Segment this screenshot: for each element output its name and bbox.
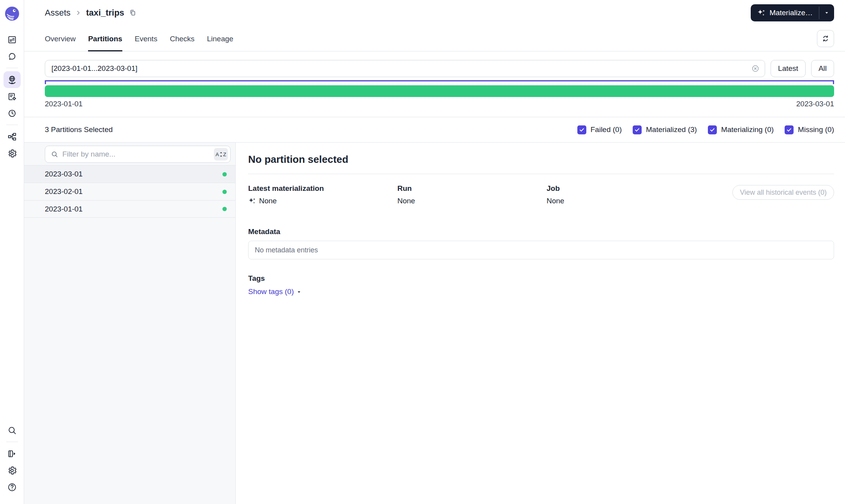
partition-health-bar[interactable] <box>45 85 834 97</box>
sidebar-item-assets[interactable] <box>4 71 21 88</box>
filter-materialized[interactable]: Materialized (3) <box>633 125 697 134</box>
sidebar-item-settings[interactable] <box>4 145 21 162</box>
graph-icon <box>7 132 17 142</box>
panel-expand-icon <box>7 449 17 459</box>
materialized-status-dot <box>222 207 227 211</box>
gear-icon <box>7 148 17 159</box>
partition-rows: 2023-03-01 2023-02-01 2023-01-01 <box>24 165 235 218</box>
tab-overview[interactable]: Overview <box>45 35 76 51</box>
sidebar-item-deployment[interactable] <box>4 128 21 145</box>
partition-name: 2023-02-01 <box>45 187 83 196</box>
failed-label: Failed (0) <box>591 125 622 134</box>
filter-failed[interactable]: Failed (0) <box>577 125 622 134</box>
sidebar-item-schedules[interactable] <box>4 105 21 122</box>
nav-top-group <box>4 6 21 162</box>
view-historical-events-button[interactable]: View all historical events (0) <box>732 185 834 200</box>
tab-lineage[interactable]: Lineage <box>207 35 233 51</box>
caret-down-icon <box>296 289 302 294</box>
partition-range-section: Latest All 2023-01-01 2023-03-01 <box>24 51 845 117</box>
tab-events[interactable]: Events <box>135 35 157 51</box>
run-value: None <box>397 196 415 206</box>
sidebar-item-jobs[interactable] <box>4 88 21 105</box>
detail-divider <box>248 174 834 174</box>
tab-checks[interactable]: Checks <box>170 35 194 51</box>
content-split: A Z 2023-03-01 2023-02-01 <box>24 143 845 504</box>
materialized-status-dot <box>222 172 227 176</box>
copy-icon <box>129 9 137 17</box>
copy-asset-name-button[interactable] <box>129 9 137 17</box>
partition-detail-panel: No partition selected Latest materializa… <box>236 143 845 504</box>
clear-range-button[interactable] <box>751 64 760 73</box>
partition-range-input-wrap <box>45 60 765 77</box>
partition-row-2023-03-01[interactable]: 2023-03-01 <box>24 165 235 183</box>
main-area: Assets taxi_trips <box>24 0 845 504</box>
page-title: taxi_trips <box>86 8 124 18</box>
show-tags-link[interactable]: Show tags (0) <box>248 287 302 296</box>
asset-header: Assets taxi_trips <box>24 0 845 51</box>
sort-alphabetical-button[interactable]: A Z <box>214 148 228 160</box>
sparkle-icon <box>757 9 766 17</box>
check-icon <box>634 127 640 133</box>
refresh-button[interactable] <box>817 30 834 47</box>
dagster-logo[interactable] <box>5 6 19 21</box>
gear-icon <box>7 465 17 476</box>
run-label: Run <box>397 184 547 193</box>
materialize-split-button: Materialize… <box>751 4 834 21</box>
asset-tabs: Overview Partitions Events Checks Lineag… <box>45 26 233 51</box>
nav-divider <box>6 68 18 68</box>
range-start-date: 2023-01-01 <box>45 100 83 108</box>
sidebar-item-collapse[interactable] <box>4 445 21 462</box>
missing-label: Missing (0) <box>798 125 834 134</box>
tab-partitions[interactable]: Partitions <box>88 35 122 51</box>
missing-checkbox[interactable] <box>785 125 794 134</box>
check-icon <box>786 127 792 133</box>
sort-letter-a: A <box>215 152 219 157</box>
job-col: Job None <box>547 184 732 206</box>
metadata-heading: Metadata <box>248 227 834 236</box>
sidebar-item-help[interactable] <box>4 479 21 495</box>
sidebar-item-search[interactable] <box>4 422 21 439</box>
all-button[interactable]: All <box>811 60 834 77</box>
selection-summary-row: 3 Partitions Selected Failed (0) <box>24 117 845 143</box>
help-icon <box>7 482 17 492</box>
metadata-empty-box: No metadata entries <box>248 241 834 259</box>
clear-circle-icon <box>751 64 760 73</box>
search-icon <box>7 425 17 435</box>
range-end-date: 2023-03-01 <box>796 100 834 108</box>
assets-icon <box>7 75 17 85</box>
jobs-icon <box>7 92 17 102</box>
clock-icon <box>7 108 17 118</box>
latest-button[interactable]: Latest <box>771 60 806 77</box>
partition-range-input[interactable] <box>45 60 765 77</box>
nav-divider <box>6 442 18 442</box>
materialize-dropdown-button[interactable] <box>819 4 834 21</box>
runs-icon <box>7 51 17 62</box>
refresh-icon <box>821 34 830 43</box>
job-value: None <box>547 196 564 206</box>
breadcrumb-assets-link[interactable]: Assets <box>45 8 71 18</box>
materializing-checkbox[interactable] <box>708 125 717 134</box>
sort-letter-z: Z <box>223 152 226 157</box>
latest-materialization-col: Latest materialization None <box>248 184 397 206</box>
partition-row-2023-02-01[interactable]: 2023-02-01 <box>24 183 235 200</box>
materialization-info-row: Latest materialization None Run N <box>248 184 834 206</box>
partition-filter: A Z <box>45 146 231 163</box>
partition-list-panel: A Z 2023-03-01 2023-02-01 <box>24 143 236 504</box>
latest-materialization-label: Latest materialization <box>248 184 397 193</box>
job-label: Job <box>547 184 732 193</box>
filter-missing[interactable]: Missing (0) <box>785 125 834 134</box>
materialize-button[interactable]: Materialize… <box>751 4 819 21</box>
nav-bottom-group <box>4 422 21 495</box>
sidebar-item-runs[interactable] <box>4 48 21 65</box>
overview-icon <box>7 35 17 45</box>
nav-divider <box>6 125 18 125</box>
sidebar-item-overview[interactable] <box>4 31 21 48</box>
partition-filter-input[interactable] <box>62 150 210 159</box>
failed-checkbox[interactable] <box>577 125 586 134</box>
chevron-right-icon <box>75 10 81 16</box>
filter-materializing[interactable]: Materializing (0) <box>708 125 774 134</box>
sidebar-item-user-settings[interactable] <box>4 462 21 479</box>
caret-down-icon <box>824 10 830 16</box>
materialized-checkbox[interactable] <box>633 125 642 134</box>
partition-row-2023-01-01[interactable]: 2023-01-01 <box>24 200 235 218</box>
